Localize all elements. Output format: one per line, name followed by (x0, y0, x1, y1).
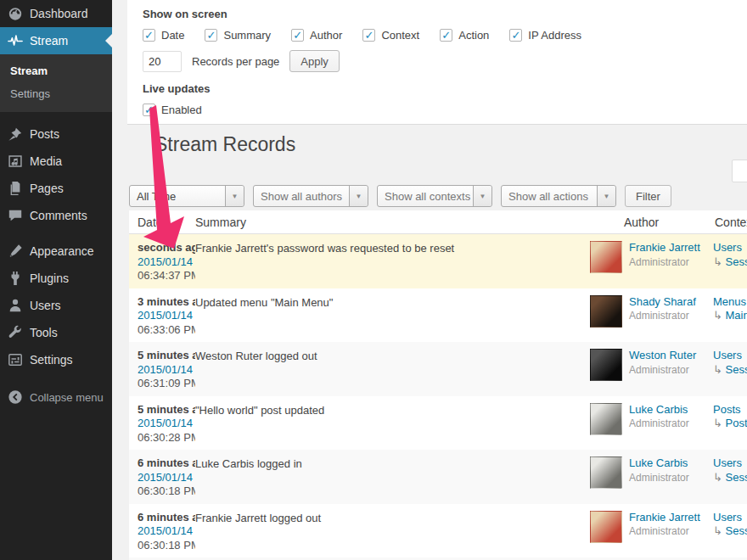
subcontext-link[interactable]: Sessions (726, 255, 747, 268)
filter-dropdown-value: Show all actions (508, 190, 588, 203)
record-date-link[interactable]: 2015/01/14 (138, 363, 195, 378)
search-records-input[interactable] (732, 160, 747, 182)
record-date-link[interactable]: 2015/01/14 (138, 471, 195, 485)
context-link[interactable]: Users (713, 511, 747, 525)
records-per-page-label: Records per page (192, 55, 279, 68)
pages-icon (8, 181, 23, 196)
context-link[interactable]: Menus (713, 295, 747, 310)
subcontext-link[interactable]: Sessions (726, 363, 747, 376)
record-age: 6 minutes ago (138, 456, 195, 471)
admin-sidebar: Dashboard Stream StreamSettings Posts Me… (0, 0, 112, 560)
filter-dropdown-2[interactable]: Show all contexts ▼ (377, 185, 492, 207)
sidebar-item-tools[interactable]: Tools (0, 319, 112, 346)
sidebar-item-media[interactable]: Media (0, 148, 112, 175)
dashboard-icon (8, 6, 23, 21)
subcontext-link[interactable]: Main Menu (726, 309, 747, 322)
column-toggle-ip-address[interactable]: ✓ IP Address (509, 29, 581, 42)
sidebar-item-label: Plugins (30, 272, 69, 285)
sidebar-item-comments[interactable]: Comments (0, 202, 112, 229)
submenu-item-settings[interactable]: Settings (0, 82, 112, 105)
context-link[interactable]: Users (713, 349, 747, 363)
author-link[interactable]: Frankie Jarrett (629, 241, 700, 255)
table-row: 3 minutes ago 2015/01/14 06:33:06 PM Upd… (129, 288, 747, 343)
filter-dropdown-3[interactable]: Show all actions ▼ (501, 185, 616, 207)
context-link[interactable]: Posts (713, 403, 747, 417)
filter-dropdown-value: All Time (137, 190, 176, 203)
subcontext-link[interactable]: Sessions (726, 471, 747, 484)
avatar (590, 511, 622, 543)
show-on-screen-heading: Show on screen (143, 8, 747, 20)
checkbox-checked-icon: ✓ (291, 29, 304, 42)
table-row: 5 minutes ago 2015/01/14 06:31:09 PM Wes… (129, 342, 747, 396)
sidebar-item-collapse-menu[interactable]: Collapse menu (0, 384, 112, 411)
active-menu-notch (105, 34, 112, 48)
stream-records-page: Stream Records All Time ▼ Show all autho… (127, 125, 747, 560)
subcontext-arrow-icon: ↳ (713, 309, 722, 322)
checkbox-label: Context (381, 29, 419, 42)
avatar (590, 295, 622, 328)
record-date-link[interactable]: 2015/01/14 (138, 255, 195, 270)
filter-dropdown-1[interactable]: Show all authors ▼ (253, 185, 368, 207)
column-toggle-summary[interactable]: ✓ Summary (205, 29, 271, 42)
subcontext-link[interactable]: Sessions (726, 524, 747, 537)
chevron-down-icon: ▼ (225, 186, 244, 206)
record-summary: Frankie Jarrett logged out (195, 511, 590, 553)
subcontext-arrow-icon: ↳ (713, 363, 722, 376)
record-date-link[interactable]: 2015/01/14 (138, 417, 195, 431)
stream-icon (8, 33, 23, 48)
column-header-context: Context (713, 216, 747, 229)
author-link[interactable]: Luke Carbis (629, 456, 689, 471)
avatar (590, 456, 622, 489)
author-link[interactable]: Luke Carbis (629, 403, 689, 417)
checkbox-checked-icon: ✓ (362, 29, 375, 42)
column-toggle-author[interactable]: ✓ Author (291, 29, 342, 42)
sidebar-item-plugins[interactable]: Plugins (0, 265, 112, 292)
table-row: seconds ago 2015/01/14 06:34:37 PM Frank… (129, 234, 747, 288)
filter-bar: All Time ▼ Show all authors ▼ Show all c… (129, 185, 671, 207)
record-time: 06:33:06 PM (138, 323, 195, 338)
stream-icon (129, 136, 148, 154)
submenu-item-stream[interactable]: Stream (0, 59, 112, 82)
sidebar-item-label: Settings (30, 353, 73, 367)
subcontext-arrow-icon: ↳ (713, 417, 722, 429)
subcontext-link[interactable]: Posts (726, 417, 747, 429)
record-date-link[interactable]: 2015/01/14 (138, 309, 195, 323)
record-date-link[interactable]: 2015/01/14 (138, 524, 195, 539)
subcontext-arrow-icon: ↳ (713, 524, 722, 537)
sidebar-item-pages[interactable]: Pages (0, 175, 112, 202)
author-role: Administrator (629, 363, 696, 378)
filter-button[interactable]: Filter (625, 185, 671, 207)
context-link[interactable]: Users (713, 241, 747, 255)
sidebar-item-label: Stream (30, 34, 68, 48)
author-role: Administrator (629, 309, 696, 323)
author-role: Administrator (629, 524, 700, 539)
column-header-date[interactable]: Date (129, 216, 195, 229)
records-per-page-input[interactable] (143, 51, 182, 72)
column-toggle-context[interactable]: ✓ Context (362, 29, 419, 42)
chevron-down-icon: ▼ (349, 186, 368, 206)
sidebar-item-stream[interactable]: Stream (0, 27, 112, 54)
author-link[interactable]: Frankie Jarrett (629, 511, 700, 525)
sidebar-item-appearance[interactable]: Appearance (0, 238, 112, 265)
filter-dropdown-0[interactable]: All Time ▼ (129, 185, 244, 207)
author-link[interactable]: Weston Ruter (629, 349, 696, 363)
sidebar-item-dashboard[interactable]: Dashboard (0, 0, 112, 27)
apply-button[interactable]: Apply (289, 50, 340, 72)
live-updates-enabled-checkbox[interactable]: ✓ Enabled (143, 104, 202, 116)
record-age: seconds ago (138, 241, 195, 255)
column-toggle-date[interactable]: ✓ Date (143, 29, 184, 42)
column-toggle-action[interactable]: ✓ Action (440, 29, 489, 42)
sidebar-item-users[interactable]: Users (0, 292, 112, 319)
sidebar-item-posts[interactable]: Posts (0, 120, 112, 148)
context-link[interactable]: Users (713, 456, 747, 471)
checkbox-label: Date (161, 29, 184, 42)
record-age: 5 minutes ago (138, 403, 195, 417)
media-icon (8, 154, 23, 169)
author-role: Administrator (629, 471, 689, 485)
stream-submenu: StreamSettings (0, 54, 112, 112)
chevron-down-icon: ▼ (473, 186, 491, 206)
record-age: 5 minutes ago (138, 349, 195, 363)
sidebar-item-label: Media (30, 154, 62, 168)
sidebar-item-settings[interactable]: Settings (0, 346, 112, 373)
author-link[interactable]: Shady Sharaf (629, 295, 696, 310)
